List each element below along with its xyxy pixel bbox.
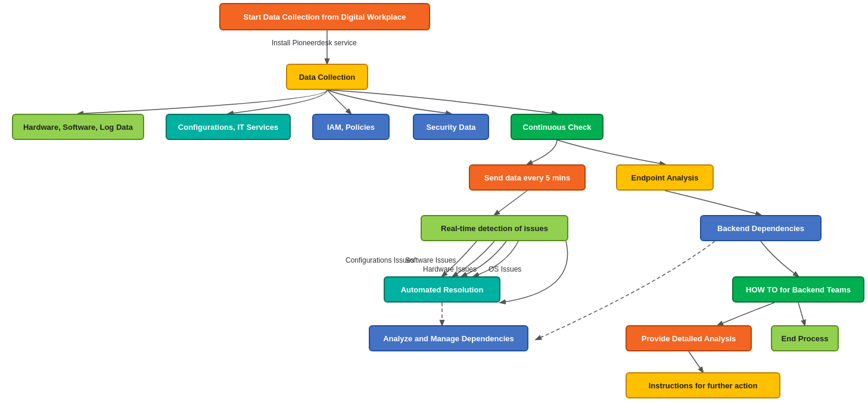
realtime-node: Real-time detection of issues bbox=[421, 215, 568, 241]
hardware-node: Hardware, Software, Log Data bbox=[12, 114, 144, 140]
hardware-issues-label: Hardware Issues bbox=[423, 265, 477, 273]
endpoint-node: Endpoint Analysis bbox=[616, 164, 714, 191]
configurations-node: Configurations, IT Services bbox=[166, 114, 291, 140]
end-process-node: End Process bbox=[771, 325, 839, 351]
data-collection-node: Data Collection bbox=[286, 64, 368, 90]
diagram-canvas: Start Data Collection from Digital Workp… bbox=[0, 0, 868, 405]
analyze-node: Analyze and Manage Dependencies bbox=[369, 325, 528, 351]
start-node: Start Data Collection from Digital Workp… bbox=[219, 3, 430, 30]
install-label: Install Pioneerdesk service bbox=[272, 39, 357, 47]
iam-node: IAM, Policies bbox=[312, 114, 390, 140]
provide-analysis-node: Provide Detailed Analysis bbox=[626, 325, 752, 351]
send-data-node: Send data every 5 mins bbox=[469, 164, 586, 191]
software-issues-label: Software Issues bbox=[405, 256, 456, 264]
config-issues-label: Configurations Issues bbox=[346, 256, 414, 264]
backend-dep-node: Backend Dependencies bbox=[700, 215, 822, 241]
security-node: Security Data bbox=[413, 114, 489, 140]
os-issues-label: OS Issues bbox=[489, 265, 521, 273]
instructions-node: Instructions for further action bbox=[626, 372, 780, 398]
continuous-node: Continuous Check bbox=[511, 114, 603, 140]
howto-node: HOW TO for Backend Teams bbox=[732, 276, 864, 303]
automated-node: Automated Resolution bbox=[384, 276, 500, 303]
